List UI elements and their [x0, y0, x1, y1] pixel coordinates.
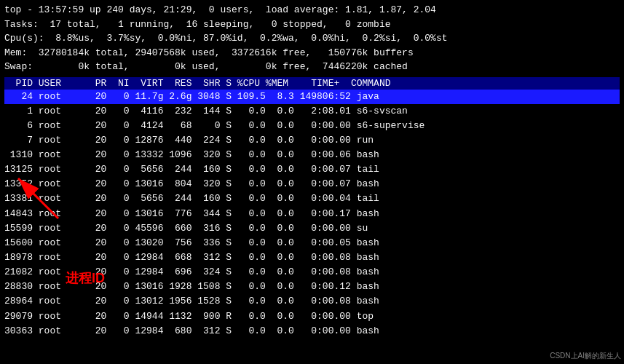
- table-row: 30363 root 20 0 12984 680 312 S 0.0 0.0 …: [4, 324, 620, 339]
- table-row: 15600 root 20 0 13020 756 336 S 0.0 0.0 …: [4, 236, 620, 250]
- annotation-text: 进程ID: [66, 269, 105, 287]
- watermark: CSDN上AI解的新生人: [550, 351, 621, 361]
- table-row: 7 root 20 0 12876 440 224 S 0.0 0.0 0:00…: [4, 133, 620, 148]
- table-row: 29079 root 20 0 14944 1132 900 R 0.0 0.0…: [4, 309, 620, 324]
- table-row: 18978 root 20 0 12984 668 312 S 0.0 0.0 …: [4, 250, 620, 265]
- table-body: 24 root 20 0 11.7g 2.6g 3048 S 109.5 8.3…: [4, 90, 620, 339]
- terminal: top - 13:57:59 up 240 days, 21:29, 0 use…: [0, 0, 624, 364]
- header-line-5: Swap: 0k total, 0k used, 0k free, 744622…: [4, 60, 620, 74]
- table-row: 13125 root 20 0 5656 244 160 S 0.0 0.0 0…: [4, 162, 620, 177]
- table-row: 1310 root 20 0 13332 1096 320 S 0.0 0.0 …: [4, 148, 620, 162]
- header-line-2: Tasks: 17 total, 1 running, 16 sleeping,…: [4, 17, 620, 32]
- header-section: top - 13:57:59 up 240 days, 21:29, 0 use…: [4, 3, 620, 74]
- table-row: 24 root 20 0 11.7g 2.6g 3048 S 109.5 8.3…: [4, 90, 620, 104]
- table-header: PID USER PR NI VIRT RES SHR S %CPU %MEM …: [4, 77, 620, 90]
- table-row: 14843 root 20 0 13016 776 344 S 0.0 0.0 …: [4, 207, 620, 221]
- header-line-1: top - 13:57:59 up 240 days, 21:29, 0 use…: [4, 3, 620, 17]
- table-row: 6 root 20 0 4124 68 0 S 0.0 0.0 0:00.00 …: [4, 119, 620, 133]
- table-row: 15599 root 20 0 45596 660 316 S 0.0 0.0 …: [4, 221, 620, 236]
- table-row: 13381 root 20 0 5656 244 160 S 0.0 0.0 0…: [4, 191, 620, 206]
- table-row: 1 root 20 0 4116 232 144 S 0.0 0.0 2:08.…: [4, 104, 620, 119]
- header-line-3: Cpu(s): 8.8%us, 3.7%sy, 0.0%ni, 87.0%id,…: [4, 31, 620, 46]
- table-row: 13352 root 20 0 13016 804 320 S 0.0 0.0 …: [4, 177, 620, 191]
- table-row: 28964 root 20 0 13012 1956 1528 S 0.0 0.…: [4, 294, 620, 309]
- header-line-4: Mem: 32780184k total, 29407568k used, 33…: [4, 46, 620, 60]
